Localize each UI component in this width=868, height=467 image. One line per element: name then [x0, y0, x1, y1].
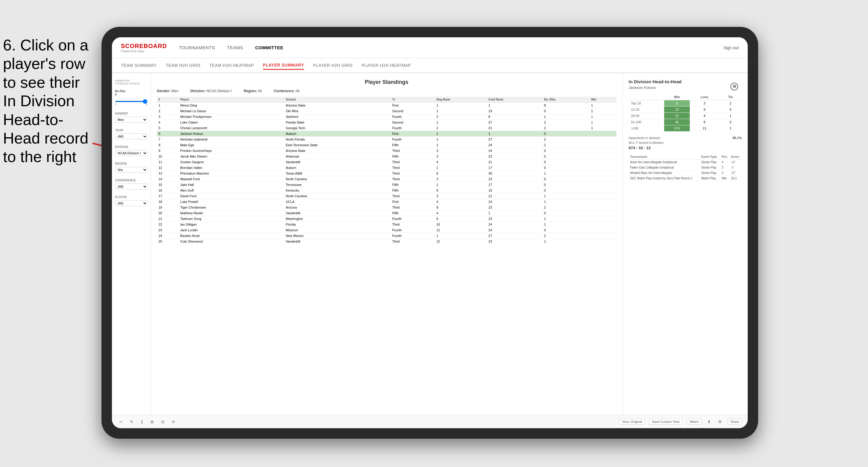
- cell-reg-rank: 3: [435, 148, 487, 154]
- cell-rank: 12: [157, 165, 179, 171]
- cell-player: Matthew Riedel: [179, 210, 284, 216]
- cell-reg-rank: 4: [435, 199, 487, 205]
- save-custom-button[interactable]: Save Custom View: [649, 419, 682, 425]
- cell-player: Mats Ege: [179, 142, 284, 148]
- sign-out-button[interactable]: Sign out: [723, 45, 739, 50]
- cell-no-rds: 1: [542, 239, 589, 244]
- h2h-table-row: Top 10 8 3 2: [629, 100, 742, 106]
- standings-panel: Player Standings Gender: Men Division: N…: [151, 73, 622, 415]
- tab-team-summary[interactable]: TEAM SUMMARY: [121, 61, 157, 69]
- tour-name: Mirabel Maui Jim Intercollegiate: [629, 170, 700, 176]
- cell-win: [589, 222, 616, 227]
- settings-icon[interactable]: ⚙: [717, 419, 723, 425]
- table-row[interactable]: 3 Michael Thorbjornsen Stanford Fourth 2…: [157, 114, 616, 120]
- no-rds-slider[interactable]: [115, 101, 148, 102]
- redo-icon[interactable]: ↻: [129, 419, 135, 425]
- table-row[interactable]: 15 Jake Hall Tennessee Fifth 1 17 0: [157, 182, 616, 188]
- sidebar-no-rds: No Rds. 6 0 6: [115, 90, 148, 106]
- division-select[interactable]: NCAA Division I: [115, 150, 148, 156]
- table-row[interactable]: 23 Jack Lundin Missouri Fourth 11 24 0: [157, 227, 616, 233]
- conference-select[interactable]: (All): [115, 184, 148, 189]
- tour-name: Fallen Oak Collegiate Invitational: [629, 165, 700, 170]
- division-filter-label: Division:: [190, 89, 206, 93]
- undo-icon[interactable]: ↩: [118, 419, 124, 425]
- table-row[interactable]: 21 Taehoon Song Washington Fourth 6 23 1: [157, 216, 616, 222]
- sidebar-conference: Conference (All): [115, 179, 148, 189]
- cell-yr: Third: [391, 148, 435, 154]
- cell-yr: Third: [391, 159, 435, 165]
- table-row[interactable]: 8 Mats Ege East Tennessee State Fifth 1 …: [157, 142, 616, 148]
- cell-no-rds: 2: [542, 125, 589, 131]
- download-icon[interactable]: ⬇: [706, 419, 712, 425]
- table-row[interactable]: 4 Luke Claton Florida State Second 1 27 …: [157, 120, 616, 125]
- table-row[interactable]: 2 Michael La Sasso Ole Miss Second 1 19 …: [157, 108, 616, 114]
- cell-no-rds: 0: [542, 159, 589, 165]
- h2h-win: 20: [664, 106, 690, 113]
- table-row[interactable]: 9 Preston Summerhays Arizona State Third…: [157, 148, 616, 154]
- view-original-button[interactable]: View: Original: [619, 419, 645, 425]
- table-row[interactable]: 25 Cole Sherwood Vanderbilt Third 12 23 …: [157, 239, 616, 244]
- copy-icon[interactable]: ⊞: [149, 419, 155, 425]
- table-row[interactable]: 20 Matthew Riedel Vanderbilt Fifth 4 1 0: [157, 210, 616, 216]
- table-row[interactable]: 14 Maxwell Ford North Carolina Third 3 2…: [157, 176, 616, 182]
- table-row[interactable]: 16 Alex Goff Kentucky Fifth 8 19 0: [157, 188, 616, 193]
- tour-col-type: Event Type: [700, 154, 720, 160]
- nav-tournaments[interactable]: TOURNAMENTS: [179, 43, 215, 52]
- table-row[interactable]: 5 Christo Lamprecht Georgia Tech Fourth …: [157, 125, 616, 131]
- cell-conf-rank: 27: [487, 137, 542, 142]
- cell-win: [589, 210, 616, 216]
- table-row[interactable]: 17 David Ford North Carolina Third 3 21 …: [157, 193, 616, 199]
- tab-team-h2h-heatmap[interactable]: TEAM H2H HEATMAP: [209, 61, 254, 69]
- h2h-table-row: 11-25 20 9 5: [629, 106, 742, 113]
- cell-player: Ian Gilligan: [179, 222, 284, 227]
- player-select[interactable]: (All): [115, 200, 148, 206]
- table-row[interactable]: 22 Ian Gilligan Florida Third 10 24 1: [157, 222, 616, 227]
- table-row[interactable]: 11 Gordon Sargent Vanderbilt Third 4 21 …: [157, 159, 616, 165]
- gender-select[interactable]: Men: [115, 117, 148, 123]
- cell-player: Tiger Christensen: [179, 205, 284, 210]
- cell-player: Gordon Sargent: [179, 159, 284, 165]
- table-row[interactable]: 19 Tiger Christensen Arizona Third 8 23 …: [157, 205, 616, 210]
- tab-team-h2h-grid[interactable]: TEAM H2H GRID: [166, 61, 200, 69]
- watch-button[interactable]: Watch: [687, 419, 702, 425]
- cell-conf-rank: 23: [487, 239, 542, 244]
- tour-name: SEC Match Play hosted by Jerry Pate Roun…: [629, 176, 700, 181]
- cell-yr: Fifth: [391, 210, 435, 216]
- logo-scoreboard: SCOREBOARD: [121, 43, 167, 50]
- cell-rank: 9: [157, 148, 179, 154]
- table-row[interactable]: 1 Wenyi Ding Arizona State First 1 1 8 1: [157, 103, 616, 108]
- table-row[interactable]: 7 Nicholas Gabrelcik North Florida Fourt…: [157, 137, 616, 142]
- refresh-icon[interactable]: ⟳: [170, 419, 177, 425]
- h2h-close-button[interactable]: ✕: [731, 83, 738, 90]
- table-row[interactable]: 24 Bastien Amat New Mexico Fourth 1 27 2: [157, 233, 616, 239]
- tab-player-h2h-heatmap[interactable]: PLAYER H2H HEATMAP: [362, 61, 411, 69]
- cell-reg-rank: 4: [435, 159, 487, 165]
- nav-teams[interactable]: TEAMS: [227, 43, 243, 52]
- cell-player: Nicholas Gabrelcik: [179, 137, 284, 142]
- h2h-win: 22: [664, 113, 690, 119]
- table-row[interactable]: 13 Phichakun Maichon Texas A&M Third 6 3…: [157, 171, 616, 176]
- tour-pos: 2: [720, 165, 730, 170]
- paste-icon[interactable]: ⊟: [160, 419, 166, 425]
- tour-pos: 2: [720, 170, 730, 176]
- nav-committee[interactable]: COMMITTEE: [255, 43, 284, 52]
- division-label: Division: [115, 145, 148, 149]
- table-row[interactable]: 10 Jacob Mac Diesen Arkansas Fifth 3 23 …: [157, 154, 616, 159]
- cell-conf-rank: 27: [487, 120, 542, 125]
- table-row[interactable]: 6 Jackson Koivun Auburn First 1 1 0: [157, 131, 616, 137]
- table-row[interactable]: 18 Luke Powell UCLA First 4 24 1: [157, 199, 616, 205]
- tab-player-h2h-grid[interactable]: PLAYER H2H GRID: [313, 61, 353, 69]
- region-select[interactable]: N/a: [115, 167, 148, 173]
- forward-icon[interactable]: ⟫: [140, 419, 145, 425]
- table-row[interactable]: 12 Brendan Valles Auburn Third 1 17 0: [157, 165, 616, 171]
- tournament-header: Tournament Event Type Pos Score: [629, 154, 742, 160]
- region-filter-label: Region:: [244, 89, 257, 93]
- sidebar: Update time: 27/03/2024 16:56:26 No Rds.…: [112, 73, 151, 415]
- h2h-tie: 2: [719, 100, 742, 106]
- h2h-loss: 6: [690, 119, 719, 125]
- tab-player-summary[interactable]: PLAYER SUMMARY: [263, 61, 304, 70]
- cell-win: [589, 142, 616, 148]
- share-button[interactable]: Share: [728, 419, 742, 425]
- year-select[interactable]: (All): [115, 133, 148, 139]
- cell-school: Vanderbilt: [284, 210, 391, 216]
